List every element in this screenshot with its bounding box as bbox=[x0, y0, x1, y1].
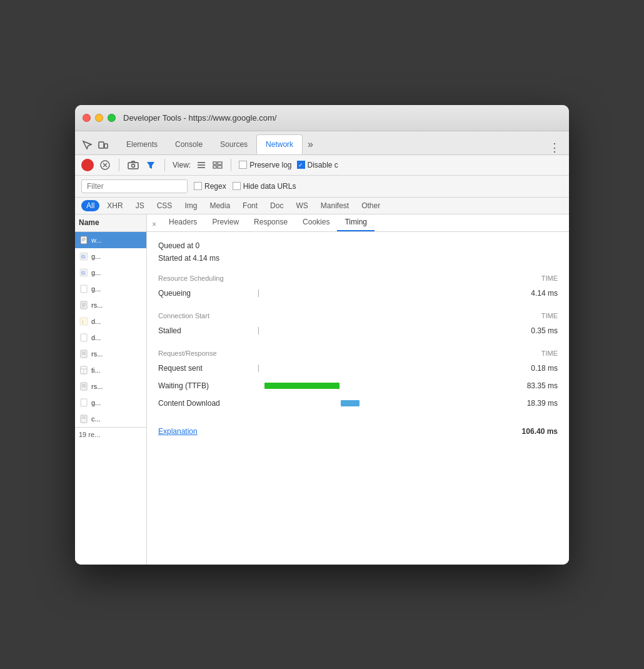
svg-text:G: G bbox=[81, 270, 85, 276]
clear-button[interactable] bbox=[99, 159, 111, 171]
content-download-bar bbox=[341, 400, 360, 406]
queued-at: Queued at 0 bbox=[158, 239, 558, 252]
resource-scheduling-time-col: TIME bbox=[541, 274, 558, 282]
preserve-log-checkbox[interactable] bbox=[239, 161, 247, 169]
request-sent-label: Request sent bbox=[158, 364, 258, 373]
preserve-log-area: Preserve log bbox=[239, 161, 291, 169]
filter-icon[interactable] bbox=[144, 159, 157, 171]
svg-rect-39 bbox=[81, 383, 87, 390]
device-toolbar-icon[interactable] bbox=[96, 138, 110, 152]
list-item[interactable]: ↓ d... bbox=[75, 313, 146, 329]
tab-preview[interactable]: Preview bbox=[204, 214, 246, 231]
tab-timing[interactable]: Timing bbox=[337, 214, 375, 231]
request-sent-row: Request sent 0.18 ms bbox=[158, 361, 558, 376]
inspect-icon[interactable] bbox=[80, 138, 94, 152]
file-name: g... bbox=[91, 285, 101, 293]
timing-total-value: 106.40 ms bbox=[522, 427, 558, 436]
close-button[interactable] bbox=[83, 114, 91, 122]
stalled-value: 0.35 ms bbox=[508, 326, 558, 335]
content-download-row: Content Download 18.39 ms bbox=[158, 396, 558, 411]
type-filter-doc[interactable]: Doc bbox=[265, 200, 288, 211]
tab-headers[interactable]: Headers bbox=[161, 214, 204, 231]
disable-cache-checkbox[interactable] bbox=[297, 161, 305, 169]
filter-input[interactable] bbox=[81, 179, 188, 193]
tab-cookies[interactable]: Cookies bbox=[295, 214, 337, 231]
list-item[interactable]: rs... bbox=[75, 378, 146, 395]
filter-row: Regex Hide data URLs bbox=[75, 176, 569, 198]
window-title: Developer Tools - https://www.google.com… bbox=[123, 113, 276, 123]
close-detail-button[interactable]: × bbox=[147, 218, 161, 231]
hide-data-urls-checkbox[interactable] bbox=[233, 182, 241, 190]
maximize-button[interactable] bbox=[108, 114, 116, 122]
file-name: rs... bbox=[91, 350, 103, 358]
devtools-body: Elements Console Sources Network » ⋮ bbox=[75, 131, 569, 565]
type-filter-other[interactable]: Other bbox=[356, 200, 385, 211]
more-tabs-button[interactable]: » bbox=[303, 134, 318, 154]
devtools-menu-button[interactable]: ⋮ bbox=[545, 141, 564, 154]
sub-tabs: × Headers Preview Response Cookies Timin… bbox=[147, 214, 569, 232]
file-page-icon bbox=[79, 398, 89, 408]
type-filter-media[interactable]: Media bbox=[204, 200, 235, 211]
svg-marker-7 bbox=[147, 162, 154, 169]
file-name: ti... bbox=[91, 366, 101, 374]
request-response-header: Request/Response TIME bbox=[158, 350, 558, 357]
file-name: w... bbox=[91, 236, 102, 244]
file-name: d... bbox=[91, 334, 101, 341]
list-item[interactable]: G g... bbox=[75, 264, 146, 281]
type-filter-font[interactable]: Font bbox=[238, 200, 263, 211]
connection-start-header: Connection Start TIME bbox=[158, 312, 558, 319]
file-list-icon bbox=[79, 381, 89, 391]
type-filter-manifest[interactable]: Manifest bbox=[316, 200, 354, 211]
type-filter-row: All XHR JS CSS Img Media Font Doc WS Man… bbox=[75, 198, 569, 214]
list-item[interactable]: g... bbox=[75, 395, 146, 411]
tab-sources[interactable]: Sources bbox=[211, 134, 256, 154]
type-filter-ws[interactable]: WS bbox=[291, 200, 313, 211]
content-download-value: 18.39 ms bbox=[508, 399, 558, 408]
disable-cache-label: Disable c bbox=[308, 161, 338, 169]
tab-icons bbox=[80, 138, 110, 154]
waiting-ttfb-label: Waiting (TTFB) bbox=[158, 381, 258, 390]
tab-response[interactable]: Response bbox=[246, 214, 295, 231]
list-item[interactable]: c... bbox=[75, 411, 146, 427]
regex-area: Regex bbox=[194, 182, 226, 191]
list-item[interactable]: w... bbox=[75, 232, 146, 248]
file-name: g... bbox=[91, 269, 101, 276]
list-item[interactable]: ti... bbox=[75, 362, 146, 378]
regex-checkbox[interactable] bbox=[194, 182, 202, 190]
type-filter-all[interactable]: All bbox=[81, 200, 99, 211]
connection-start-section: Connection Start TIME Stalled 0.35 ms bbox=[158, 312, 558, 338]
type-filter-xhr[interactable]: XHR bbox=[102, 200, 128, 211]
file-google-icon: G bbox=[79, 268, 89, 278]
svg-rect-44 bbox=[81, 415, 87, 423]
tab-network[interactable]: Network bbox=[256, 134, 303, 154]
disable-cache-area: Disable c bbox=[297, 161, 338, 169]
svg-rect-32 bbox=[81, 350, 87, 358]
camera-icon[interactable] bbox=[127, 159, 139, 171]
resource-scheduling-title: Resource Scheduling bbox=[158, 274, 224, 282]
explanation-link[interactable]: Explanation bbox=[158, 427, 198, 436]
tab-elements[interactable]: Elements bbox=[118, 134, 166, 154]
connection-start-title: Connection Start bbox=[158, 312, 209, 319]
list-item[interactable]: d... bbox=[75, 329, 146, 346]
list-view-icon[interactable] bbox=[196, 159, 207, 171]
file-name: d... bbox=[91, 318, 101, 325]
waiting-ttfb-value: 83.35 ms bbox=[508, 381, 558, 390]
minimize-button[interactable] bbox=[95, 114, 103, 122]
list-item[interactable]: rs... bbox=[75, 346, 146, 362]
hide-data-urls-area: Hide data URLs bbox=[233, 182, 296, 191]
devtools-window: Developer Tools - https://www.google.com… bbox=[75, 105, 569, 565]
list-item[interactable]: G g... bbox=[75, 248, 146, 264]
list-item[interactable]: g... bbox=[75, 281, 146, 297]
stalled-bar-area bbox=[258, 327, 508, 334]
waiting-ttfb-bar-area bbox=[258, 383, 508, 389]
group-view-icon[interactable] bbox=[212, 159, 223, 171]
type-filter-css[interactable]: CSS bbox=[152, 200, 178, 211]
list-item[interactable]: rs... bbox=[75, 297, 146, 313]
tab-console[interactable]: Console bbox=[166, 134, 211, 154]
type-filter-img[interactable]: Img bbox=[179, 200, 202, 211]
record-button[interactable] bbox=[81, 159, 94, 171]
queueing-value: 4.14 ms bbox=[508, 289, 558, 298]
stalled-row: Stalled 0.35 ms bbox=[158, 323, 558, 338]
type-filter-js[interactable]: JS bbox=[131, 200, 149, 211]
file-list-header: Name bbox=[75, 214, 146, 232]
